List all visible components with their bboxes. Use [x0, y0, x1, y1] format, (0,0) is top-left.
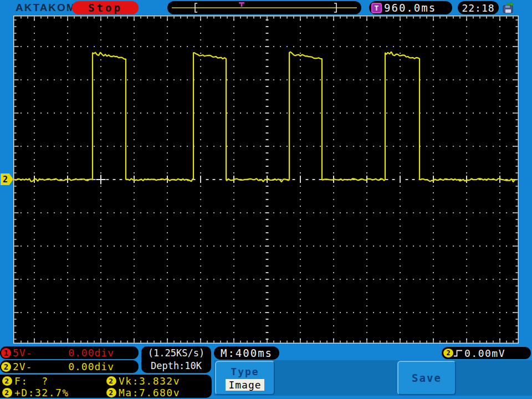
channel-1-badge: 1 [1, 348, 11, 358]
usb-disk-icon [502, 2, 515, 14]
graticule-and-waveform [13, 16, 519, 344]
oscilloscope-screen: AKTAKOM Stop T 960.0ms 22:18 2 1 5V- 0.0… [0, 0, 532, 399]
measurement-duty: 2 +D:32.7% [2, 387, 106, 398]
rising-edge-icon [453, 349, 463, 358]
trigger-level-value: 0.00mV [464, 347, 505, 359]
channel-2-badge: 2 [1, 362, 11, 372]
channel-1-scale: 5V- [13, 347, 33, 359]
memory-depth: Depth:10K [151, 360, 202, 372]
measurement-ch-badge: 2 [106, 388, 116, 397]
run-stop-badge: Stop [72, 1, 139, 14]
measurement-frequency: 2 F: ? [2, 375, 106, 387]
ch2-level-marker: 2 [1, 173, 13, 185]
measurement-text: Ma:7.680v [119, 387, 180, 398]
trigger-position-bar [167, 1, 361, 14]
type-label: Type [231, 366, 259, 377]
type-value: Image [226, 379, 264, 391]
measurement-ch-badge: 2 [2, 388, 12, 397]
waveform-display [13, 16, 519, 344]
measurement-text: F: ? [14, 375, 49, 387]
channel-1-readout: 1 5V- 0.00div [0, 346, 139, 359]
acquisition-info: (1.25KS/s) Depth:10K [141, 346, 211, 373]
channel-2-offset: 0.00div [68, 361, 114, 372]
measurement-text: +D:32.7% [14, 387, 69, 398]
clock-badge: 22:18 [458, 1, 499, 14]
ch2-trace [14, 52, 516, 182]
measurement-vk: 2 Vk:3.832v [106, 375, 212, 387]
timebase-badge: M:400ms [214, 346, 279, 360]
channel-2-readout: 2 2V- 0.00div [0, 360, 139, 373]
trigger-level-badge: 2 0.00mV [442, 347, 531, 359]
menu-type-button[interactable]: Type Image [215, 361, 275, 395]
measurement-ma: 2 Ma:7.680v [106, 387, 212, 398]
channel-1-offset: 0.00div [68, 347, 114, 359]
brand-logo: AKTAKOM [16, 2, 76, 14]
save-button[interactable]: Save [397, 361, 456, 395]
measurement-ch-badge: 2 [2, 376, 12, 386]
trigger-channel-badge: 2 [443, 349, 453, 357]
sample-rate: (1.25KS/s) [148, 347, 204, 360]
measurements-panel: 2 F: ? 2 Vk:3.832v 2 +D:32.7% 2 Ma:7.680… [0, 375, 212, 398]
trigger-position-bar-graphic [167, 1, 361, 14]
channel-2-scale: 2V- [13, 361, 33, 372]
measurement-text: Vk:3.832v [119, 375, 180, 387]
trigger-delay-badge: T 960.0ms [369, 1, 452, 14]
trigger-t-icon: T [371, 3, 382, 13]
trigger-delay-value: 960.0ms [384, 2, 436, 14]
measurement-ch-badge: 2 [106, 376, 116, 386]
